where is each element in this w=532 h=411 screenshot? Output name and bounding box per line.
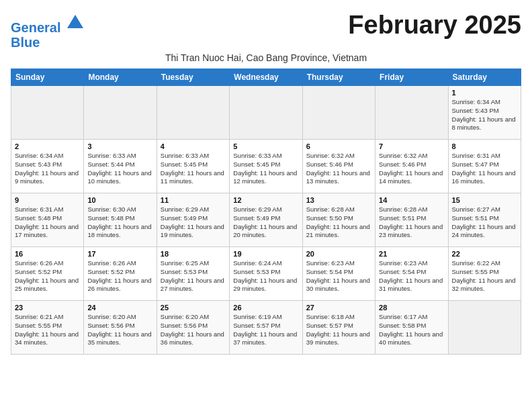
month-title: February 2025 xyxy=(348,11,521,40)
calendar-cell: 6Sunrise: 6:32 AMSunset: 5:46 PMDaylight… xyxy=(302,140,375,193)
calendar-cell: 14Sunrise: 6:28 AMSunset: 5:51 PMDayligh… xyxy=(375,193,448,247)
calendar-cell: 26Sunrise: 6:19 AMSunset: 5:57 PMDayligh… xyxy=(230,301,302,355)
weekday-header-saturday: Saturday xyxy=(448,69,521,86)
day-number: 11 xyxy=(161,196,226,204)
day-number: 12 xyxy=(233,196,298,204)
calendar-cell xyxy=(84,86,157,140)
day-info: Sunrise: 6:19 AMSunset: 5:57 PMDaylight:… xyxy=(233,313,298,347)
location-subtitle: Thi Tran Nuoc Hai, Cao Bang Province, Vi… xyxy=(11,52,521,63)
calendar-cell: 25Sunrise: 6:20 AMSunset: 5:56 PMDayligh… xyxy=(157,301,229,355)
day-number: 28 xyxy=(379,304,444,312)
weekday-header-monday: Monday xyxy=(84,69,157,86)
calendar-cell: 11Sunrise: 6:29 AMSunset: 5:49 PMDayligh… xyxy=(157,193,229,247)
day-info: Sunrise: 6:27 AMSunset: 5:51 PMDaylight:… xyxy=(452,205,517,240)
day-number: 5 xyxy=(233,142,298,150)
day-number: 2 xyxy=(15,142,80,150)
calendar-cell: 2Sunrise: 6:34 AMSunset: 5:43 PMDaylight… xyxy=(11,140,84,193)
weekday-header-thursday: Thursday xyxy=(302,69,375,86)
svg-marker-0 xyxy=(67,15,83,28)
day-number: 8 xyxy=(452,142,517,150)
day-info: Sunrise: 6:33 AMSunset: 5:45 PMDaylight:… xyxy=(161,152,226,186)
day-info: Sunrise: 6:23 AMSunset: 5:54 PMDaylight:… xyxy=(306,259,371,293)
day-number: 10 xyxy=(87,196,152,204)
calendar-cell: 8Sunrise: 6:31 AMSunset: 5:47 PMDaylight… xyxy=(448,140,521,193)
day-number: 3 xyxy=(87,142,152,150)
weekday-header-sunday: Sunday xyxy=(11,69,84,86)
day-info: Sunrise: 6:18 AMSunset: 5:57 PMDaylight:… xyxy=(306,313,371,347)
calendar-cell: 5Sunrise: 6:33 AMSunset: 5:45 PMDaylight… xyxy=(230,140,302,193)
calendar-cell xyxy=(375,86,448,140)
day-info: Sunrise: 6:29 AMSunset: 5:49 PMDaylight:… xyxy=(161,205,226,240)
logo-text-blue: Blue xyxy=(11,35,85,50)
logo-text: General xyxy=(11,13,85,35)
day-info: Sunrise: 6:34 AMSunset: 5:43 PMDaylight:… xyxy=(15,152,80,186)
day-info: Sunrise: 6:30 AMSunset: 5:48 PMDaylight:… xyxy=(87,205,152,240)
calendar-week-row: 2Sunrise: 6:34 AMSunset: 5:43 PMDaylight… xyxy=(11,140,521,193)
calendar-cell: 12Sunrise: 6:29 AMSunset: 5:49 PMDayligh… xyxy=(230,193,302,247)
calendar-cell: 13Sunrise: 6:28 AMSunset: 5:50 PMDayligh… xyxy=(302,193,375,247)
day-number: 15 xyxy=(452,196,517,204)
day-info: Sunrise: 6:28 AMSunset: 5:51 PMDaylight:… xyxy=(379,205,444,240)
day-info: Sunrise: 6:20 AMSunset: 5:56 PMDaylight:… xyxy=(87,313,152,347)
day-number: 14 xyxy=(379,196,444,204)
day-info: Sunrise: 6:26 AMSunset: 5:52 PMDaylight:… xyxy=(87,259,152,293)
day-info: Sunrise: 6:24 AMSunset: 5:53 PMDaylight:… xyxy=(233,259,298,293)
calendar-week-row: 16Sunrise: 6:26 AMSunset: 5:52 PMDayligh… xyxy=(11,247,521,301)
logo-icon xyxy=(66,13,85,32)
day-number: 6 xyxy=(306,142,371,150)
calendar-week-row: 1Sunrise: 6:34 AMSunset: 5:43 PMDaylight… xyxy=(11,86,521,140)
calendar-cell xyxy=(302,86,375,140)
day-info: Sunrise: 6:21 AMSunset: 5:55 PMDaylight:… xyxy=(15,313,80,347)
calendar-table: SundayMondayTuesdayWednesdayThursdayFrid… xyxy=(11,68,521,355)
calendar-cell: 21Sunrise: 6:23 AMSunset: 5:54 PMDayligh… xyxy=(375,247,448,301)
calendar-cell: 17Sunrise: 6:26 AMSunset: 5:52 PMDayligh… xyxy=(84,247,157,301)
calendar-cell: 22Sunrise: 6:22 AMSunset: 5:55 PMDayligh… xyxy=(448,247,521,301)
calendar-cell: 28Sunrise: 6:17 AMSunset: 5:58 PMDayligh… xyxy=(375,301,448,355)
calendar-cell: 15Sunrise: 6:27 AMSunset: 5:51 PMDayligh… xyxy=(448,193,521,247)
calendar-cell: 27Sunrise: 6:18 AMSunset: 5:57 PMDayligh… xyxy=(302,301,375,355)
calendar-cell: 10Sunrise: 6:30 AMSunset: 5:48 PMDayligh… xyxy=(84,193,157,247)
day-info: Sunrise: 6:26 AMSunset: 5:52 PMDaylight:… xyxy=(15,259,80,293)
calendar-cell: 23Sunrise: 6:21 AMSunset: 5:55 PMDayligh… xyxy=(11,301,84,355)
day-number: 19 xyxy=(233,250,298,258)
day-number: 22 xyxy=(452,250,517,258)
calendar-cell: 1Sunrise: 6:34 AMSunset: 5:43 PMDaylight… xyxy=(448,86,521,140)
day-number: 27 xyxy=(306,304,371,312)
calendar-cell xyxy=(157,86,229,140)
day-info: Sunrise: 6:23 AMSunset: 5:54 PMDaylight:… xyxy=(379,259,444,293)
calendar-cell: 20Sunrise: 6:23 AMSunset: 5:54 PMDayligh… xyxy=(302,247,375,301)
calendar-cell: 18Sunrise: 6:25 AMSunset: 5:53 PMDayligh… xyxy=(157,247,229,301)
day-number: 7 xyxy=(379,142,444,150)
day-number: 1 xyxy=(452,89,517,97)
day-info: Sunrise: 6:29 AMSunset: 5:49 PMDaylight:… xyxy=(233,205,298,240)
day-info: Sunrise: 6:31 AMSunset: 5:47 PMDaylight:… xyxy=(452,152,517,186)
day-info: Sunrise: 6:31 AMSunset: 5:48 PMDaylight:… xyxy=(15,205,80,240)
page-header: General Blue February 2025 xyxy=(11,11,521,50)
calendar-week-row: 9Sunrise: 6:31 AMSunset: 5:48 PMDaylight… xyxy=(11,193,521,247)
weekday-header-friday: Friday xyxy=(375,69,448,86)
day-number: 21 xyxy=(379,250,444,258)
calendar-cell: 19Sunrise: 6:24 AMSunset: 5:53 PMDayligh… xyxy=(230,247,302,301)
calendar-cell: 24Sunrise: 6:20 AMSunset: 5:56 PMDayligh… xyxy=(84,301,157,355)
calendar-cell xyxy=(448,301,521,355)
calendar-week-row: 23Sunrise: 6:21 AMSunset: 5:55 PMDayligh… xyxy=(11,301,521,355)
logo: General Blue xyxy=(11,13,85,50)
day-info: Sunrise: 6:22 AMSunset: 5:55 PMDaylight:… xyxy=(452,259,517,293)
calendar-cell: 4Sunrise: 6:33 AMSunset: 5:45 PMDaylight… xyxy=(157,140,229,193)
calendar-cell: 3Sunrise: 6:33 AMSunset: 5:44 PMDaylight… xyxy=(84,140,157,193)
calendar-cell: 7Sunrise: 6:32 AMSunset: 5:46 PMDaylight… xyxy=(375,140,448,193)
calendar-cell xyxy=(11,86,84,140)
day-number: 26 xyxy=(233,304,298,312)
day-info: Sunrise: 6:34 AMSunset: 5:43 PMDaylight:… xyxy=(452,98,517,132)
day-info: Sunrise: 6:20 AMSunset: 5:56 PMDaylight:… xyxy=(161,313,226,347)
weekday-header-wednesday: Wednesday xyxy=(230,69,302,86)
day-number: 20 xyxy=(306,250,371,258)
day-number: 9 xyxy=(15,196,80,204)
day-info: Sunrise: 6:28 AMSunset: 5:50 PMDaylight:… xyxy=(306,205,371,240)
day-number: 13 xyxy=(306,196,371,204)
day-number: 4 xyxy=(161,142,226,150)
calendar-cell: 9Sunrise: 6:31 AMSunset: 5:48 PMDaylight… xyxy=(11,193,84,247)
weekday-header-tuesday: Tuesday xyxy=(157,69,229,86)
day-number: 25 xyxy=(161,304,226,312)
day-info: Sunrise: 6:17 AMSunset: 5:58 PMDaylight:… xyxy=(379,313,444,347)
